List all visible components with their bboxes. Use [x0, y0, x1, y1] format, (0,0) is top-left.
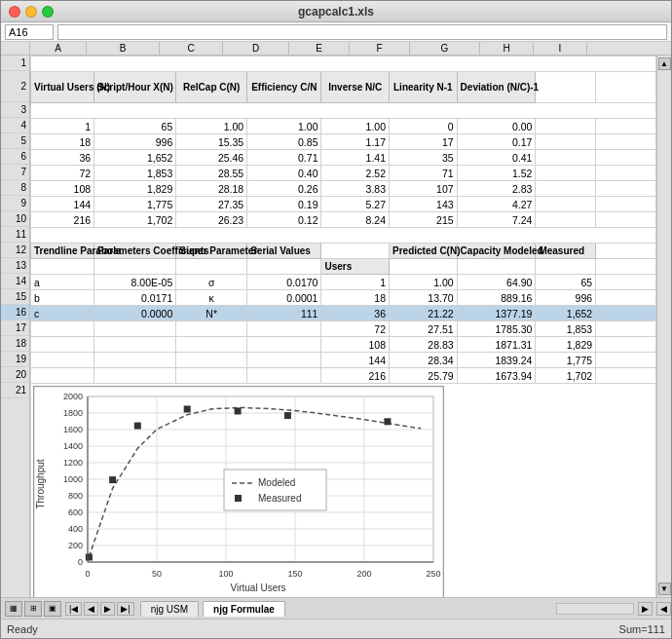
- cell-d6[interactable]: 0.71: [247, 150, 321, 166]
- table-row[interactable]: 72 27.51 1785.30 1,853: [31, 321, 656, 337]
- cell-c9[interactable]: 27.35: [176, 197, 247, 212]
- cell-b8[interactable]: 1,829: [94, 181, 176, 197]
- cell-b5[interactable]: 996: [94, 134, 176, 150]
- cell-g18[interactable]: 1871.31: [457, 337, 536, 353]
- cell-e16[interactable]: 36: [321, 306, 390, 321]
- cell-g20[interactable]: 1673.94: [457, 368, 536, 384]
- sheet-next-button[interactable]: ▶: [100, 602, 115, 616]
- table-row[interactable]: [31, 228, 656, 244]
- cell-d5[interactable]: 0.85: [247, 134, 321, 150]
- cell-a4[interactable]: 1: [31, 119, 94, 134]
- cell-f7[interactable]: 71: [390, 166, 458, 181]
- cell-f20[interactable]: 25.79: [390, 368, 458, 384]
- scroll-right-button[interactable]: ▶: [638, 602, 653, 616]
- cell-g17[interactable]: 1785.30: [457, 321, 536, 337]
- close-button[interactable]: [9, 6, 20, 18]
- cell-c8[interactable]: 28.18: [176, 181, 247, 197]
- cell-e6[interactable]: 1.41: [321, 150, 390, 166]
- cell-f10[interactable]: 215: [390, 212, 458, 228]
- cell-e17[interactable]: 72: [321, 321, 390, 337]
- cell-g14[interactable]: 64.90: [457, 275, 536, 290]
- cell-g15[interactable]: 889.16: [457, 290, 536, 306]
- cell-f14[interactable]: 1.00: [390, 275, 458, 290]
- cell-d14[interactable]: 0.0170: [247, 275, 321, 290]
- table-row[interactable]: 1 65 1.00 1.00 1.00 0 0.00: [31, 119, 656, 134]
- minimize-button[interactable]: [25, 6, 37, 18]
- cell-c14[interactable]: σ: [176, 275, 247, 290]
- table-row[interactable]: 108 1,829 28.18 0.26 3.83 107 2.83: [31, 181, 656, 197]
- cell-f15[interactable]: 13.70: [390, 290, 458, 306]
- sheet-last-button[interactable]: ▶|: [117, 602, 133, 616]
- table-row[interactable]: [31, 56, 656, 72]
- cell-f4[interactable]: 0: [390, 119, 458, 134]
- cell-e9[interactable]: 5.27: [321, 197, 390, 212]
- cell-b16[interactable]: 0.0000: [94, 306, 176, 321]
- name-box[interactable]: [5, 24, 54, 40]
- cell-e4[interactable]: 1.00: [321, 119, 390, 134]
- tab-njg-usm[interactable]: njg USM: [140, 601, 199, 617]
- cell-a10[interactable]: 216: [31, 212, 94, 228]
- view-page-button[interactable]: ⊞: [24, 601, 42, 617]
- sheet-prev-button[interactable]: ◀: [84, 602, 98, 616]
- cell-f19[interactable]: 28.34: [390, 353, 458, 368]
- cell-a8[interactable]: 108: [31, 181, 94, 197]
- cell-c15[interactable]: κ: [176, 290, 247, 306]
- formula-input[interactable]: [57, 24, 667, 40]
- cell-c4[interactable]: 1.00: [176, 119, 247, 134]
- cell-a9[interactable]: 144: [31, 197, 94, 212]
- table-row[interactable]: 144 28.34 1839.24 1,775: [31, 353, 656, 368]
- cell-f6[interactable]: 35: [390, 150, 458, 166]
- scroll-left-button[interactable]: ◀: [656, 602, 671, 616]
- cell-d7[interactable]: 0.40: [247, 166, 321, 181]
- cell-h16[interactable]: 1,652: [536, 306, 596, 321]
- cell-g16[interactable]: 1377.19: [457, 306, 536, 321]
- cell-b14[interactable]: 8.00E-05: [94, 275, 176, 290]
- cell-e20[interactable]: 216: [321, 368, 390, 384]
- table-row[interactable]: Trendline Parabola Parameters Coefficien…: [31, 244, 656, 259]
- cell-e19[interactable]: 144: [321, 353, 390, 368]
- maximize-button[interactable]: [42, 6, 54, 18]
- cell-a7[interactable]: 72: [31, 166, 94, 181]
- cell-h20[interactable]: 1,702: [536, 368, 596, 384]
- cell-a16[interactable]: c: [31, 306, 94, 321]
- sheet-first-button[interactable]: |◀: [65, 602, 82, 616]
- cell-a14[interactable]: a: [31, 275, 94, 290]
- cell-d4[interactable]: 1.00: [247, 119, 321, 134]
- table-row[interactable]: b 0.0171 κ 0.0001 18 13.70 889.16 996: [31, 290, 656, 306]
- cell-d8[interactable]: 0.26: [247, 181, 321, 197]
- cell-f17[interactable]: 27.51: [390, 321, 458, 337]
- cell-c7[interactable]: 28.55: [176, 166, 247, 181]
- cell-b4[interactable]: 65: [94, 119, 176, 134]
- table-row[interactable]: 108 28.83 1871.31 1,829: [31, 337, 656, 353]
- cell-g4[interactable]: 0.00: [457, 119, 536, 134]
- scroll-up-button[interactable]: ▲: [658, 57, 671, 70]
- table-row[interactable]: 72 1,853 28.55 0.40 2.52 71 1.52: [31, 166, 656, 181]
- cell-e18[interactable]: 108: [321, 337, 390, 353]
- cell-e5[interactable]: 1.17: [321, 134, 390, 150]
- cell-g19[interactable]: 1839.24: [457, 353, 536, 368]
- cell-e14[interactable]: 1: [321, 275, 390, 290]
- cell-f9[interactable]: 143: [390, 197, 458, 212]
- cell-c5[interactable]: 15.35: [176, 134, 247, 150]
- cell-a5[interactable]: 18: [31, 134, 94, 150]
- cell-e7[interactable]: 2.52: [321, 166, 390, 181]
- table-row[interactable]: 216 1,702 26.23 0.12 8.24 215 7.24: [31, 212, 656, 228]
- cell-a6[interactable]: 36: [31, 150, 94, 166]
- cell-h17[interactable]: 1,853: [536, 321, 596, 337]
- spreadsheet-content[interactable]: Virtual Users (N) Script/Hour X(N) RelCa…: [30, 56, 656, 597]
- table-row[interactable]: Virtual Users (N) Script/Hour X(N) RelCa…: [31, 72, 656, 103]
- table-row[interactable]: 216 25.79 1673.94 1,702: [31, 368, 656, 384]
- table-row[interactable]: 18 996 15.35 0.85 1.17 17 0.17: [31, 134, 656, 150]
- cell-f16[interactable]: 21.22: [390, 306, 458, 321]
- cell-b10[interactable]: 1,702: [94, 212, 176, 228]
- view-preview-button[interactable]: ▣: [44, 601, 61, 617]
- cell-h18[interactable]: 1,829: [536, 337, 596, 353]
- cell-e15[interactable]: 18: [321, 290, 390, 306]
- cell-g7[interactable]: 1.52: [457, 166, 536, 181]
- horizontal-scroll-thumb[interactable]: [556, 603, 634, 615]
- table-row[interactable]: c 0.0000 N* 111 36 21.22 1377.19 1,652: [31, 306, 656, 321]
- cell-g6[interactable]: 0.41: [457, 150, 536, 166]
- vertical-scrollbar[interactable]: ▲ ▼: [656, 56, 671, 597]
- cell-g9[interactable]: 4.27: [457, 197, 536, 212]
- scroll-down-button[interactable]: ▼: [658, 583, 671, 595]
